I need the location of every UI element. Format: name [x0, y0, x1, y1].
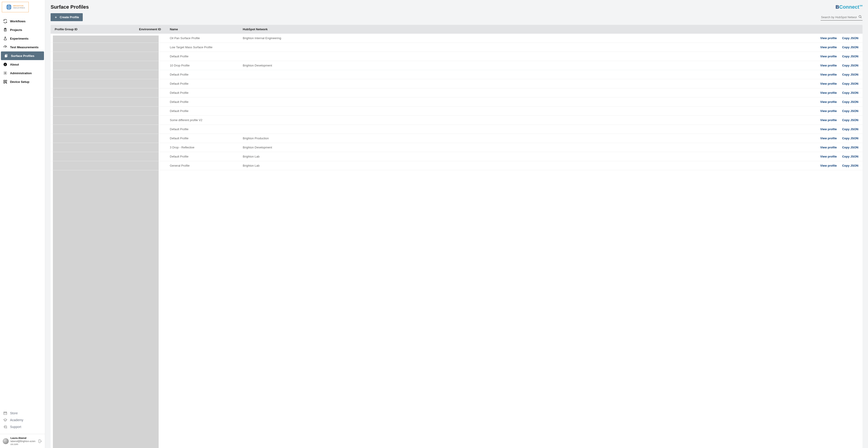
view-profile-link[interactable]: View profile	[301, 118, 837, 122]
table-row: General ProfileBrighton LabView profileC…	[51, 161, 863, 170]
sidebar-link-academy[interactable]: Academy	[0, 417, 45, 423]
copy-json-link[interactable]: Copy JSON	[837, 164, 859, 167]
sidebar-link-support[interactable]: Support	[0, 423, 45, 430]
sidebar-item-test-measurements[interactable]: Test Measurements	[0, 43, 45, 51]
row-name: Default Profile	[170, 73, 243, 76]
view-profile-link[interactable]: View profile	[301, 64, 837, 67]
copy-json-link[interactable]: Copy JSON	[837, 118, 859, 122]
clipboard-icon	[3, 28, 7, 32]
sidebar-item-device-setup[interactable]: Device Setup	[0, 77, 45, 86]
main-content: Surface Profiles BConnectSM Create Profi…	[45, 0, 868, 448]
col-group[interactable]: Profile Group ID	[55, 28, 139, 31]
copy-json-link[interactable]: Copy JSON	[837, 36, 859, 40]
svg-point-15	[4, 427, 5, 427]
view-profile-link[interactable]: View profile	[301, 100, 837, 104]
chat-icon	[3, 425, 7, 429]
avatar[interactable]	[3, 438, 9, 444]
row-name: Default Profile	[170, 128, 243, 131]
sidebar-item-about[interactable]: i About	[0, 60, 45, 69]
col-env[interactable]: Environment ID	[139, 28, 170, 31]
create-profile-button[interactable]: Create Profile	[51, 13, 83, 21]
sidebar-item-workflows[interactable]: Workflows	[0, 17, 45, 26]
copy-json-link[interactable]: Copy JSON	[837, 91, 859, 95]
copy-json-link[interactable]: Copy JSON	[837, 55, 859, 58]
row-name: Default Profile	[170, 91, 243, 95]
copy-json-link[interactable]: Copy JSON	[837, 82, 859, 85]
user-email: labend@Brighton-science.com	[10, 440, 36, 446]
academy-icon	[3, 418, 7, 422]
view-profile-link[interactable]: View profile	[301, 36, 837, 40]
profiles-table: Profile Group ID Environment ID Name Hub…	[51, 25, 863, 448]
sidebar-item-experiments[interactable]: Experiments	[0, 34, 45, 43]
row-name: Default Profile	[170, 55, 243, 58]
table-row: Default ProfileBrighton ProductionView p…	[51, 134, 863, 143]
gear-icon	[3, 71, 7, 75]
nav-label: Test Measurements	[10, 45, 38, 49]
sidebar-item-surface-profiles[interactable]: Surface Profiles	[1, 51, 44, 60]
search-input[interactable]	[820, 14, 863, 21]
user-box: Laura Abend labend@Brighton-science.com	[0, 434, 45, 448]
view-profile-link[interactable]: View profile	[301, 55, 837, 58]
row-network: Brighton Development	[243, 64, 301, 67]
view-profile-link[interactable]: View profile	[301, 91, 837, 95]
nav-label: Device Setup	[10, 80, 29, 83]
copy-json-link[interactable]: Copy JSON	[837, 45, 859, 49]
copy-json-link[interactable]: Copy JSON	[837, 64, 859, 67]
view-profile-link[interactable]: View profile	[301, 45, 837, 49]
page-title: Surface Profiles	[51, 4, 89, 10]
view-profile-link[interactable]: View profile	[301, 146, 837, 149]
table-row: Default ProfileView profileCopy JSON	[51, 79, 863, 88]
copy-json-link[interactable]: Copy JSON	[837, 100, 859, 104]
svg-point-16	[5, 427, 5, 427]
logo-text: BRIGHTON INDUSTRIES	[13, 5, 25, 9]
copy-json-link[interactable]: Copy JSON	[837, 146, 859, 149]
copy-json-link[interactable]: Copy JSON	[837, 73, 859, 76]
view-profile-link[interactable]: View profile	[301, 137, 837, 140]
row-network: Brighton Internal Engineering	[243, 36, 301, 40]
copy-json-link[interactable]: Copy JSON	[837, 137, 859, 140]
row-name: Default Profile	[170, 100, 243, 104]
row-name: Some different profile V2	[170, 118, 243, 122]
row-network: Brighton Lab	[243, 155, 301, 158]
copy-json-link[interactable]: Copy JSON	[837, 155, 859, 158]
copy-json-link[interactable]: Copy JSON	[837, 109, 859, 113]
svg-text:i: i	[5, 63, 6, 66]
col-name[interactable]: Name	[170, 28, 243, 31]
row-name: Default Profile	[170, 137, 243, 140]
logout-icon[interactable]	[38, 439, 42, 443]
table-header: Profile Group ID Environment ID Name Hub…	[51, 25, 863, 34]
flask-icon	[3, 36, 7, 40]
view-profile-link[interactable]: View profile	[301, 164, 837, 167]
brand-logo: BConnectSM	[836, 4, 863, 10]
info-icon: i	[3, 62, 7, 66]
gauge-icon	[3, 45, 7, 49]
bottom-link-label: Support	[10, 425, 21, 429]
search-icon	[859, 15, 862, 19]
company-logo[interactable]: BRIGHTON INDUSTRIES	[2, 2, 29, 12]
table-row: Low Target Mass Surface ProfileView prof…	[51, 43, 863, 52]
view-profile-link[interactable]: View profile	[301, 109, 837, 113]
table-body: Oil Pan Surface ProfileBrighton Internal…	[51, 34, 863, 448]
table-row: Default ProfileView profileCopy JSON	[51, 70, 863, 79]
table-row: Oil Pan Surface ProfileBrighton Internal…	[51, 34, 863, 43]
sidebar-item-administration[interactable]: Administration	[0, 69, 45, 77]
nav-label: About	[10, 63, 19, 66]
svg-point-4	[5, 47, 6, 47]
sidebar-item-projects[interactable]: Projects	[0, 26, 45, 34]
view-profile-link[interactable]: View profile	[301, 73, 837, 76]
nav-label: Surface Profiles	[11, 54, 34, 58]
view-profile-link[interactable]: View profile	[301, 82, 837, 85]
col-network[interactable]: HubSpot Network	[243, 28, 301, 31]
view-profile-link[interactable]: View profile	[301, 155, 837, 158]
sidebar: BRIGHTON INDUSTRIES Workflows Projects E…	[0, 0, 45, 448]
table-row: Default ProfileView profileCopy JSON	[51, 97, 863, 107]
table-row: Default ProfileView profileCopy JSON	[51, 52, 863, 61]
table-row: Default ProfileBrighton LabView profileC…	[51, 152, 863, 161]
svg-rect-10	[4, 80, 5, 81]
sidebar-link-store[interactable]: Store	[0, 410, 45, 417]
create-button-label: Create Profile	[60, 15, 79, 19]
view-profile-link[interactable]: View profile	[301, 128, 837, 131]
svg-point-9	[5, 73, 6, 74]
copy-json-link[interactable]: Copy JSON	[837, 128, 859, 131]
svg-point-18	[859, 15, 861, 18]
